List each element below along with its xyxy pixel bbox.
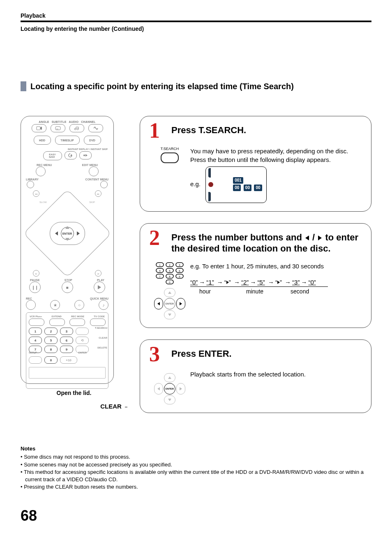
svg-point-5 — [77, 128, 78, 130]
edit-menu-label: EDIT MENU — [82, 164, 98, 166]
note-item: • Some discs may not respond to this pro… — [21, 453, 371, 461]
osd-time-h: 00 — [233, 185, 241, 191]
notes-title: Notes — [21, 445, 371, 452]
tsearch-button-icon — [161, 152, 179, 163]
svg-marker-8 — [85, 154, 88, 157]
recmode-label: REC MODE — [71, 315, 84, 318]
play-label: PLAY — [97, 279, 104, 282]
library-button — [27, 181, 34, 188]
section-title: Locating a specific point by entering it… — [30, 82, 294, 91]
lid-display — [29, 367, 106, 379]
num-9: 9 — [60, 346, 73, 353]
step-2-example-intro: e.g. To enter 1 hour, 25 minutes, and 30… — [190, 262, 333, 270]
enter-tag: ENTER — [78, 351, 87, 354]
svg-text:6: 6 — [179, 270, 180, 272]
nav-mini-icon: ENTER — [154, 288, 185, 319]
step-3-box: 3 Press ENTER. ENTER Playba — [140, 339, 371, 413]
num-3: 3 — [60, 328, 73, 335]
svg-point-4 — [74, 128, 76, 130]
step-1-eg: e.g. — [190, 180, 201, 187]
content-menu-button — [100, 181, 108, 188]
osd-title-label: Title — [217, 178, 231, 183]
rec-menu-label: REC MENU — [37, 164, 52, 166]
osd-example-box: Title 001 Search Time — [205, 166, 266, 203]
easy-navi-button: EASY NAVI — [43, 151, 62, 160]
instant-label: INSTANT REPLAY / INSTANT SKIP — [21, 148, 113, 150]
num-2: 2 — [44, 328, 58, 335]
stop-label: STOP — [65, 279, 72, 282]
label-angle: ANGLE — [39, 120, 49, 123]
nav-mini-enter: ENTER — [164, 298, 175, 309]
slow-back-icon: ◂◂ — [33, 190, 39, 197]
page-number: 68 — [21, 507, 371, 524]
svg-text:9: 9 — [179, 275, 180, 278]
dvd-button: DVD — [84, 136, 101, 145]
dpad-left-icon — [55, 231, 58, 235]
step-3-body: Playback starts from the selected locati… — [190, 370, 306, 379]
clear-callout: CLEAR — [100, 403, 122, 410]
svg-marker-6 — [70, 154, 72, 157]
num-8: 8 — [44, 346, 58, 353]
tvcode-button — [90, 319, 106, 326]
clear-tag: CLEAR — [99, 337, 107, 339]
vcrplus-button — [29, 319, 44, 326]
open-lid-caption: Open the lid. — [21, 390, 127, 396]
svg-text:5: 5 — [169, 270, 171, 272]
note-item: • Pressing the CLEAR button resets the n… — [21, 483, 371, 491]
content-menu-label: CONTENT MENU — [85, 178, 108, 181]
num-0: 0 — [44, 356, 58, 364]
library-label: LIBRARY — [26, 178, 39, 181]
osd-time-s: 00 — [254, 185, 262, 191]
hdd-button: HDD — [34, 136, 51, 145]
edit-menu-button — [89, 166, 99, 176]
rec-button — [26, 300, 36, 310]
vcrplus-label: VCR Plus+ — [30, 315, 42, 318]
quick-menu-button: ♪ — [99, 300, 108, 310]
tsearch-icon-label: T.SEARCH — [161, 147, 179, 151]
svg-text:4: 4 — [159, 270, 161, 272]
section-header: Playback — [21, 12, 371, 19]
svg-rect-0 — [37, 127, 40, 130]
note-item: • This method for accessing specific loc… — [21, 469, 371, 483]
skip-fwd-icon: |◂ — [95, 270, 101, 277]
svg-text:7: 7 — [159, 275, 161, 278]
step-1-title: Press T.SEARCH. — [171, 122, 246, 136]
channel-button — [88, 124, 103, 132]
star-button: ★ — [50, 300, 60, 310]
number-buttons-icon: 123 456 789 0 — [155, 262, 184, 285]
nav-mini-enter-3: ENTER — [164, 383, 175, 395]
rec-dot-icon — [208, 182, 213, 187]
osd-time-m: 00 — [244, 185, 251, 191]
step-1-body: You may have to press repeatedly, depend… — [190, 147, 362, 164]
svg-point-7 — [83, 155, 85, 156]
remote-illustration: ANGLE SUBTITLE AUDIO CHANNEL — [21, 116, 127, 410]
num-4: 4 — [29, 337, 42, 344]
setup-tag: SETUP — [29, 351, 37, 354]
num-6: 6 — [60, 337, 73, 344]
dpad-center: ENTER — [50, 222, 85, 245]
tsearch-tag: T.SEARCH — [95, 327, 107, 329]
clear-pill-button: ⟲ — [76, 337, 89, 344]
extend-button — [49, 319, 65, 326]
step-2-number: 2 — [149, 229, 164, 247]
step-3-title: Press ENTER. — [171, 346, 232, 360]
setup-pill-button — [29, 356, 42, 364]
recmode-button — [69, 319, 85, 326]
label-channel: CHANNEL — [81, 120, 96, 123]
svg-rect-2 — [55, 127, 60, 130]
dpad-right-icon — [77, 231, 80, 235]
nav-mini-icon-3: ENTER — [154, 373, 185, 404]
skip-label: SKIP — [89, 201, 95, 203]
audio-button — [69, 124, 84, 132]
dpad-up-icon — [65, 226, 69, 229]
step-3-number: 3 — [149, 346, 164, 363]
step-1-number: 1 — [149, 122, 164, 139]
subtitle-button — [51, 124, 65, 132]
open-button: ○ — [74, 300, 84, 310]
step-2-seq-labels: hour minute second — [190, 288, 333, 296]
left-triangle-icon — [305, 235, 309, 240]
timeslip-button: TIMESLIP — [55, 136, 80, 145]
instant-skip-button — [79, 151, 92, 159]
extend-label: EXTEND — [52, 315, 62, 318]
play-button — [94, 282, 105, 293]
